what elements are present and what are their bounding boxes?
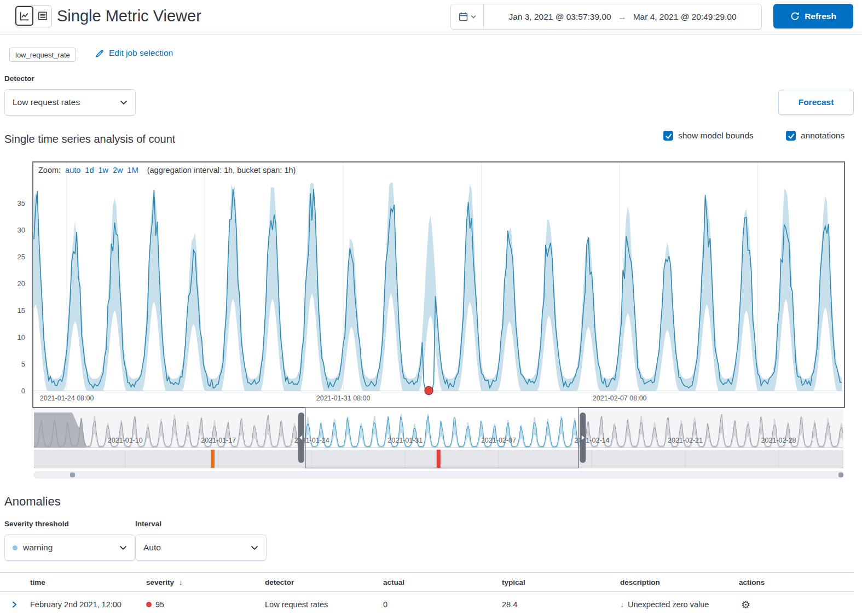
sort-desc-icon: ↓: [179, 578, 183, 586]
refresh-icon: [790, 11, 800, 21]
col-actual[interactable]: actual: [383, 578, 502, 586]
date-range: Jan 3, 2021 @ 03:57:39.00 → Mar 4, 2021 …: [484, 4, 761, 29]
chevron-right-icon: [10, 600, 19, 609]
lower-arrow-icon: ↓: [620, 600, 624, 609]
show-model-bounds-label: show model bounds: [678, 131, 754, 141]
expand-row-button[interactable]: [10, 600, 19, 609]
svg-text:10: 10: [18, 333, 25, 341]
svg-text:35: 35: [18, 199, 25, 207]
svg-text:2021-02-28: 2021-02-28: [761, 437, 796, 444]
chevron-down-icon: [119, 545, 127, 550]
detector-selected-value: Low request rates: [13, 97, 80, 107]
severity-threshold-select[interactable]: warning: [4, 534, 135, 561]
edit-job-selection-link[interactable]: Edit job selection: [95, 48, 173, 58]
page-title: Single Metric Viewer: [57, 3, 201, 28]
gear-icon: ⚙: [741, 599, 750, 611]
svg-text:25: 25: [18, 253, 25, 261]
annotations-label: annotations: [801, 131, 844, 141]
svg-text:2021-02-21: 2021-02-21: [668, 437, 703, 444]
date-range-picker: Jan 3, 2021 @ 03:57:39.00 → Mar 4, 2021 …: [450, 4, 762, 30]
svg-text:2021-01-31 08:00: 2021-01-31 08:00: [316, 394, 371, 402]
cell-severity: 95: [146, 600, 265, 609]
series-section-title: Single time series analysis of count: [4, 133, 175, 146]
severity-threshold-value: warning: [23, 543, 53, 553]
chart-view-button[interactable]: [15, 6, 33, 26]
svg-text:0: 0: [21, 387, 25, 395]
col-description[interactable]: description: [620, 578, 739, 586]
pencil-icon: [95, 49, 105, 58]
anomaly-marker[interactable]: [425, 387, 433, 395]
anomalies-list-icon: [38, 11, 48, 21]
col-time[interactable]: time: [30, 578, 146, 586]
header-divider: [0, 34, 862, 34]
anomalies-list-view-button[interactable]: [33, 6, 51, 26]
zoom-1d-link[interactable]: 1d: [85, 166, 94, 175]
anomalies-heading: Anomalies: [4, 495, 61, 509]
cell-detector: Low request rates: [265, 600, 383, 609]
svg-text:20: 20: [18, 280, 25, 288]
svg-text:30: 30: [18, 226, 25, 234]
svg-text:5: 5: [21, 360, 25, 368]
cell-typical: 28.4: [502, 600, 620, 609]
chevron-down-icon: [471, 15, 476, 19]
forecast-button[interactable]: Forecast: [778, 90, 854, 115]
row-actions-gear-button[interactable]: ⚙: [741, 600, 750, 610]
col-severity[interactable]: severity ↓: [146, 578, 265, 586]
cell-time: February 2nd 2021, 12:00: [30, 600, 146, 609]
swimlane-anomaly-marker[interactable]: [437, 450, 441, 468]
detector-label: Detector: [4, 74, 34, 83]
interval-select[interactable]: Auto: [135, 534, 267, 561]
col-actions: actions: [739, 578, 854, 586]
end-date[interactable]: Mar 4, 2021 @ 20:49:29.00: [633, 12, 737, 22]
edit-job-selection-label: Edit job selection: [109, 48, 173, 58]
detector-select[interactable]: Low request rates: [4, 89, 136, 115]
zoom-2w-link[interactable]: 2w: [113, 166, 123, 175]
interval-label: Interval: [135, 520, 161, 528]
svg-text:2021-01-10: 2021-01-10: [108, 437, 143, 444]
svg-text:2021-01-24 08:00: 2021-01-24 08:00: [40, 394, 94, 402]
zoom-auto-link[interactable]: auto: [65, 166, 80, 175]
show-model-bounds-checkbox[interactable]: show model bounds: [663, 131, 754, 141]
start-date[interactable]: Jan 3, 2021 @ 03:57:39.00: [508, 12, 611, 22]
refresh-label: Refresh: [805, 11, 836, 21]
svg-text:2021-02-07 08:00: 2021-02-07 08:00: [593, 394, 647, 402]
anomalies-table: time severity ↓ detector actual typical …: [0, 572, 854, 616]
anomaly-table-row: February 2nd 2021, 12:00 95 Low request …: [0, 592, 854, 616]
timeseries-chart[interactable]: 051015202530352021-01-24 08:002021-01-31…: [0, 159, 862, 483]
zoom-1w-link[interactable]: 1w: [98, 166, 108, 175]
interval-value: Auto: [143, 543, 161, 553]
svg-text:15: 15: [18, 306, 25, 315]
line-chart-icon: [20, 11, 30, 21]
view-toggle-group: [15, 5, 52, 27]
svg-text:2021-01-17: 2021-01-17: [201, 437, 236, 444]
cell-description: ↓ Unexpected zero value: [620, 600, 739, 609]
col-detector[interactable]: detector: [265, 578, 383, 586]
table-header-row: time severity ↓ detector actual typical …: [0, 572, 854, 592]
chevron-down-icon: [251, 545, 258, 550]
annotations-checkbox[interactable]: annotations: [786, 131, 844, 141]
checkbox-checked-icon: [663, 131, 673, 141]
cell-actual: 0: [383, 600, 502, 609]
zoom-1M-link[interactable]: 1M: [128, 166, 138, 175]
chevron-down-icon: [120, 100, 128, 105]
single-metric-viewer-app: Single Metric Viewer Jan 3, 2021 @ 03:57…: [0, 0, 862, 616]
job-badge: low_request_rate: [9, 48, 76, 62]
aggregation-note: (aggregation interval: 1h, bucket span: …: [147, 166, 296, 175]
swimlane-anomaly-marker[interactable]: [211, 450, 215, 468]
severity-threshold-dot: [13, 545, 18, 550]
svg-text:2021-02-07: 2021-02-07: [481, 437, 516, 444]
svg-text:2021-02-14: 2021-02-14: [575, 437, 610, 444]
calendar-icon: [459, 12, 468, 21]
row-severity-dot: [146, 602, 152, 607]
arrow-right-icon: →: [618, 12, 627, 22]
quick-select-button[interactable]: [451, 4, 484, 29]
timeseries-svg[interactable]: 051015202530352021-01-24 08:002021-01-31…: [0, 159, 862, 483]
col-typical[interactable]: typical: [502, 578, 620, 586]
checkbox-checked-icon: [786, 131, 796, 141]
svg-text:2021-01-31: 2021-01-31: [387, 437, 423, 444]
scrollbar-thumb-right[interactable]: [838, 473, 843, 478]
range-scrollbar-track[interactable]: [34, 472, 843, 478]
refresh-button[interactable]: Refresh: [773, 4, 853, 28]
zoom-controls: Zoom: auto 1d 1w 2w 1M (aggregation inte…: [38, 166, 296, 175]
scrollbar-thumb-left[interactable]: [70, 473, 75, 478]
